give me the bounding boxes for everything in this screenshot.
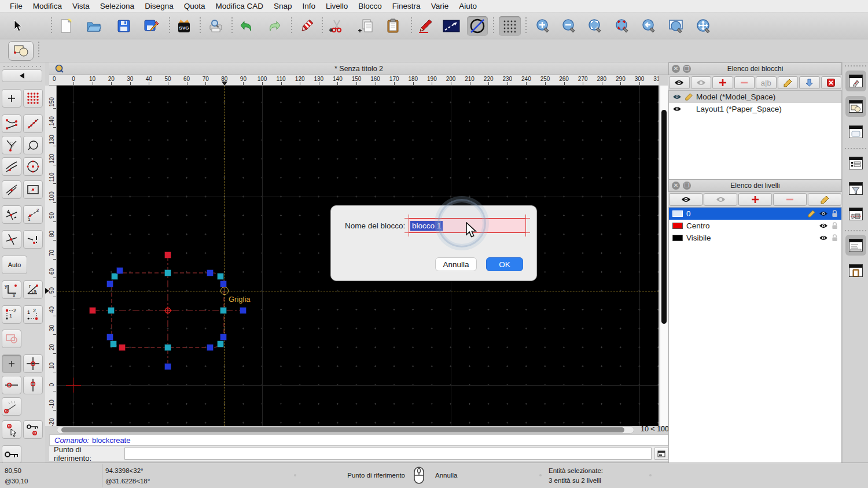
undo-button[interactable] xyxy=(238,16,256,36)
toggle-block-list-button[interactable] xyxy=(845,96,866,117)
back-button[interactable] xyxy=(2,69,42,82)
entity-handle[interactable] xyxy=(207,270,214,276)
block-list-titlebar[interactable]: ✕ ❐ Elenco dei blocchi xyxy=(668,62,842,75)
hide-all-layers-button[interactable] xyxy=(704,193,737,206)
restrict-nothing-button[interactable] xyxy=(2,354,21,373)
edit-block-button[interactable] xyxy=(778,76,799,89)
restrict-horizontal-button[interactable] xyxy=(2,376,21,394)
entity-handle[interactable] xyxy=(165,364,171,370)
float-panel-icon[interactable]: ❐ xyxy=(683,182,691,190)
grid-toggle-button[interactable] xyxy=(499,16,521,36)
close-icon[interactable]: ✕ xyxy=(672,182,680,190)
snap-distance-button[interactable]: 12 xyxy=(23,205,43,224)
paste-button[interactable] xyxy=(384,16,402,36)
zoom-selection-button[interactable] xyxy=(613,16,632,36)
restrict-vertical-button[interactable] xyxy=(23,376,43,394)
snap-intersection-manual-button[interactable] xyxy=(2,230,21,249)
menu-item-quota[interactable]: Quota xyxy=(179,2,211,10)
entity-handle[interactable] xyxy=(107,281,113,287)
show-all-layers-button[interactable] xyxy=(669,193,703,206)
circle-visibility-button[interactable] xyxy=(467,16,488,36)
layer-color-swatch[interactable] xyxy=(672,223,683,229)
ok-button[interactable]: OK xyxy=(486,257,523,271)
float-panel-icon[interactable]: ❐ xyxy=(683,65,691,73)
entity-handle[interactable] xyxy=(117,268,123,274)
zoom-out-button[interactable] xyxy=(560,16,579,36)
vertical-scrollbar-thumb[interactable] xyxy=(661,110,667,324)
layer-row-centro[interactable]: Centro xyxy=(669,220,841,232)
entity-handle[interactable] xyxy=(165,252,171,258)
delete-tool-button[interactable] xyxy=(297,16,316,36)
layer-row-visibile[interactable]: Visibile xyxy=(669,232,841,244)
block-row-model[interactable]: Model (*Model_Space) xyxy=(669,91,841,103)
delete-block-button[interactable] xyxy=(821,76,842,89)
layer-color-swatch[interactable] xyxy=(672,235,683,241)
palette-drag-handle[interactable] xyxy=(3,64,42,69)
coordinate-polar-button[interactable]: ra xyxy=(23,280,43,299)
command-widget-toggle-button[interactable] xyxy=(654,448,668,460)
toggle-selection-filter-button[interactable] xyxy=(845,178,866,199)
restrict-angle-button[interactable] xyxy=(2,397,21,416)
zoom-window-button[interactable] xyxy=(667,16,686,36)
snap-center-button[interactable] xyxy=(23,157,43,176)
add-block-button[interactable] xyxy=(712,76,733,89)
entity-handle[interactable] xyxy=(207,345,214,351)
entity-handle[interactable] xyxy=(119,345,126,351)
snap-tangent-button[interactable] xyxy=(2,157,21,176)
toggle-command-line-button[interactable] xyxy=(845,235,866,256)
entity-handle[interactable] xyxy=(220,334,227,341)
snap-auto-button[interactable]: Auto xyxy=(2,256,27,274)
toggle-layer-list-button[interactable] xyxy=(845,71,866,91)
entity-handle[interactable] xyxy=(240,308,247,314)
entity-handle[interactable] xyxy=(220,281,227,287)
menu-item-disegna[interactable]: Disegna xyxy=(139,2,179,10)
eye-icon[interactable] xyxy=(819,210,828,217)
layer-color-swatch[interactable] xyxy=(672,210,683,217)
toggle-command-options-button[interactable] xyxy=(845,204,866,224)
menu-item-finestra[interactable]: Finestra xyxy=(387,2,426,10)
line-properties-button[interactable] xyxy=(442,16,461,36)
open-document-button[interactable] xyxy=(84,16,103,36)
menu-item-varie[interactable]: Varie xyxy=(426,2,454,10)
strip-drag-handle[interactable] xyxy=(845,65,867,66)
menu-item-vista[interactable]: Vista xyxy=(67,2,95,10)
save-as-button[interactable] xyxy=(142,16,160,36)
pan-button[interactable] xyxy=(694,16,713,36)
entity-handle[interactable] xyxy=(111,341,117,347)
hide-all-blocks-button[interactable] xyxy=(691,76,712,89)
close-icon[interactable]: ✕ xyxy=(672,65,680,73)
snap-endpoints-button[interactable] xyxy=(2,114,21,133)
snap-free-button[interactable] xyxy=(2,89,21,108)
entity-handle[interactable] xyxy=(108,308,115,314)
lock-icon[interactable] xyxy=(832,210,838,217)
edit-layer-button[interactable] xyxy=(808,193,841,206)
zoom-in-button[interactable] xyxy=(534,16,553,36)
entity-handle[interactable] xyxy=(218,341,224,347)
canvas-vertical-scrollbar[interactable] xyxy=(660,86,668,426)
lock-relative-zero-button[interactable] xyxy=(23,420,43,439)
redo-button[interactable] xyxy=(264,16,283,36)
command-input[interactable] xyxy=(124,448,652,460)
select-tool-button[interactable] xyxy=(8,16,27,36)
entity-handle[interactable] xyxy=(107,334,113,341)
layer-row-0[interactable]: 0 xyxy=(669,208,841,220)
eye-icon[interactable] xyxy=(819,235,828,241)
snap-exclusive-button[interactable] xyxy=(23,230,43,249)
menu-item-seleziona[interactable]: Seleziona xyxy=(95,2,139,10)
layer-list-titlebar[interactable]: ✕ ❐ Elenco dei livelli xyxy=(668,179,842,192)
pencil-icon[interactable] xyxy=(808,210,815,217)
snap-intersection-button[interactable] xyxy=(2,205,21,224)
save-button[interactable] xyxy=(115,16,133,36)
snap-on-entity-button[interactable] xyxy=(23,114,43,133)
menu-item-modifica[interactable]: Modifica xyxy=(28,2,67,10)
coordinate-cartesian-button[interactable]: yx xyxy=(2,280,21,299)
previous-view-button[interactable] xyxy=(640,16,659,36)
show-all-blocks-button[interactable] xyxy=(669,76,690,89)
eye-icon[interactable] xyxy=(819,223,828,229)
entity-handle[interactable] xyxy=(112,273,118,280)
cancel-button[interactable]: Annulla xyxy=(435,257,477,271)
lock-icon[interactable] xyxy=(832,222,838,230)
new-document-button[interactable] xyxy=(57,16,75,36)
copy-button[interactable] xyxy=(356,16,375,36)
snap-middle-button[interactable] xyxy=(2,180,21,199)
